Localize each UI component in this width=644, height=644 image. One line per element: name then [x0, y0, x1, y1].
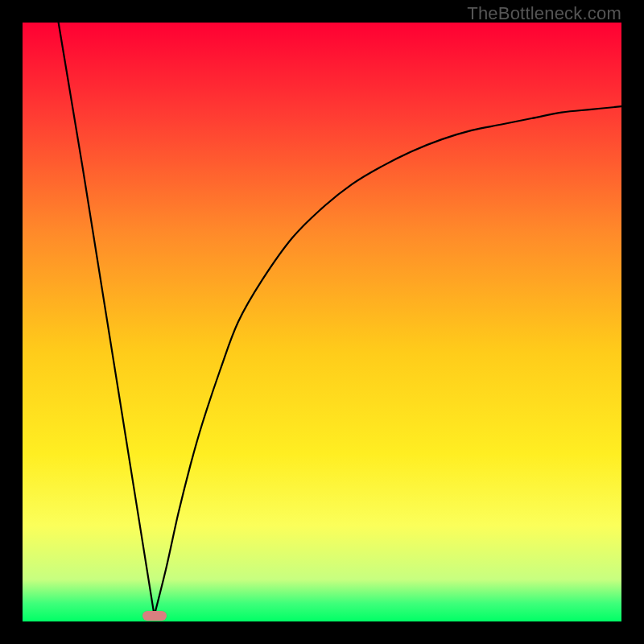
plot-area	[23, 23, 621, 621]
chart-frame: TheBottleneck.com	[0, 0, 644, 644]
watermark-text: TheBottleneck.com	[467, 3, 621, 24]
bottleneck-curve	[23, 23, 621, 621]
optimal-marker	[142, 611, 167, 621]
